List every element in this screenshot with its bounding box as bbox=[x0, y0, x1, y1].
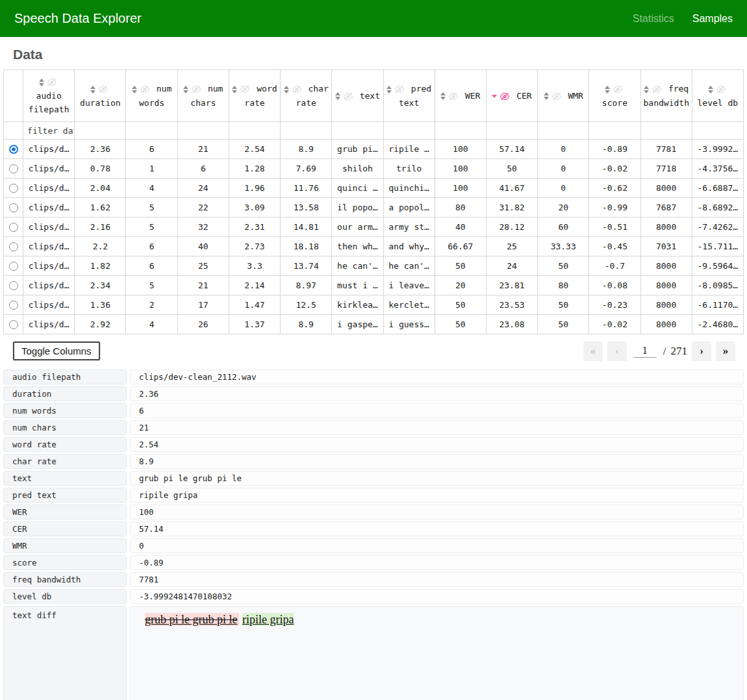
cell-num-words[interactable]: 2 bbox=[126, 295, 177, 315]
cell-wmr[interactable]: 0 bbox=[538, 179, 589, 198]
cell-level-db[interactable]: -6.1170… bbox=[692, 295, 743, 315]
cell-num-words[interactable]: 5 bbox=[126, 198, 177, 218]
cell-num-words[interactable]: 5 bbox=[126, 276, 177, 295]
cell-num-words[interactable]: 4 bbox=[126, 315, 177, 334]
cell-freq-bandwidth[interactable]: 8000 bbox=[640, 315, 692, 334]
cell-num-chars[interactable]: 21 bbox=[177, 276, 229, 295]
cell-text[interactable]: our arm… bbox=[332, 218, 383, 237]
current-page-input[interactable] bbox=[633, 344, 657, 358]
cell-audio-filepath[interactable]: clips/d… bbox=[23, 159, 75, 179]
filter-cell-text[interactable] bbox=[332, 122, 383, 140]
cell-level-db[interactable]: -9.5964… bbox=[692, 256, 743, 276]
cell-freq-bandwidth[interactable]: 8000 bbox=[640, 276, 692, 295]
cell-freq-bandwidth[interactable]: 8000 bbox=[640, 256, 692, 276]
sort-up-down-arrows-icon[interactable] bbox=[708, 86, 713, 94]
row-select-cell[interactable] bbox=[4, 276, 23, 295]
sort-up-down-arrows-icon[interactable] bbox=[132, 86, 137, 94]
cell-text[interactable]: shiloh bbox=[332, 159, 383, 179]
cell-audio-filepath[interactable]: clips/d… bbox=[23, 276, 75, 295]
column-header-freq-bandwidth[interactable]: freq bandwidth bbox=[640, 70, 692, 122]
next-page-button[interactable]: › bbox=[692, 342, 711, 361]
filter-cell-word-rate[interactable] bbox=[229, 122, 280, 140]
cell-char-rate[interactable]: 13.58 bbox=[281, 198, 332, 218]
cell-wmr[interactable]: 50 bbox=[538, 295, 589, 315]
cell-num-words[interactable]: 6 bbox=[126, 140, 177, 159]
cell-score[interactable]: -0.62 bbox=[589, 179, 640, 198]
cell-audio-filepath[interactable]: clips/d… bbox=[23, 295, 75, 315]
filter-cell-wmr[interactable] bbox=[538, 122, 589, 140]
cell-num-words[interactable]: 1 bbox=[126, 159, 177, 179]
eye-slash-icon[interactable] bbox=[292, 85, 302, 94]
cell-text[interactable]: i gaspe… bbox=[332, 315, 383, 334]
row-select-cell[interactable] bbox=[4, 159, 23, 179]
cell-char-rate[interactable]: 14.81 bbox=[281, 218, 332, 237]
filter-cell-pred-text[interactable] bbox=[383, 122, 435, 140]
cell-freq-bandwidth[interactable]: 8000 bbox=[640, 218, 692, 237]
cell-word-rate[interactable]: 2.14 bbox=[229, 276, 280, 295]
filter-cell-level-db[interactable] bbox=[692, 122, 743, 140]
eye-slash-icon[interactable] bbox=[191, 85, 201, 94]
row-select-radio[interactable] bbox=[9, 281, 18, 290]
cell-wer[interactable]: 20 bbox=[435, 276, 486, 295]
column-header-wmr[interactable]: WMR bbox=[538, 70, 589, 122]
sort-up-down-arrows-icon[interactable] bbox=[386, 86, 392, 94]
filter-cell-cer[interactable] bbox=[486, 122, 537, 140]
eye-slash-icon[interactable] bbox=[343, 92, 353, 101]
row-select-cell[interactable] bbox=[4, 315, 23, 334]
cell-wmr[interactable]: 0 bbox=[538, 140, 589, 159]
cell-text[interactable]: il popo… bbox=[332, 198, 383, 218]
column-header-pred-text[interactable]: pred text bbox=[383, 70, 435, 122]
cell-level-db[interactable]: -6.6887… bbox=[692, 179, 743, 198]
row-select-cell[interactable] bbox=[4, 237, 23, 256]
cell-audio-filepath[interactable]: clips/d… bbox=[23, 198, 75, 218]
row-select-radio[interactable] bbox=[9, 301, 18, 310]
cell-duration[interactable]: 0.78 bbox=[75, 159, 126, 179]
cell-word-rate[interactable]: 2.31 bbox=[229, 218, 280, 237]
cell-char-rate[interactable]: 8.97 bbox=[281, 276, 332, 295]
cell-num-words[interactable]: 6 bbox=[126, 256, 177, 276]
filter-cell-num-words[interactable] bbox=[126, 122, 177, 140]
column-header-num-chars[interactable]: num chars bbox=[177, 70, 229, 122]
cell-wer[interactable]: 50 bbox=[435, 315, 486, 334]
cell-num-words[interactable]: 6 bbox=[126, 237, 177, 256]
cell-wer[interactable]: 100 bbox=[435, 140, 486, 159]
row-select-cell[interactable] bbox=[4, 256, 23, 276]
cell-num-chars[interactable]: 40 bbox=[177, 237, 229, 256]
cell-pred-text[interactable]: i leave… bbox=[383, 276, 435, 295]
cell-level-db[interactable]: -15.711… bbox=[692, 237, 743, 256]
row-select-radio[interactable] bbox=[9, 184, 18, 193]
cell-cer[interactable]: 50 bbox=[486, 159, 537, 179]
cell-wer[interactable]: 50 bbox=[435, 295, 486, 315]
cell-audio-filepath[interactable]: clips/d… bbox=[23, 256, 75, 276]
sort-up-down-arrows-icon[interactable] bbox=[440, 92, 446, 100]
cell-text[interactable]: must i … bbox=[332, 276, 383, 295]
cell-pred-text[interactable]: i guess… bbox=[383, 315, 435, 334]
cell-cer[interactable]: 24 bbox=[486, 256, 537, 276]
cell-wer[interactable]: 50 bbox=[435, 256, 486, 276]
cell-level-db[interactable]: -4.3756… bbox=[692, 159, 743, 179]
sort-up-down-arrows-icon[interactable] bbox=[183, 86, 188, 94]
cell-cer[interactable]: 23.53 bbox=[486, 295, 537, 315]
cell-duration[interactable]: 2.04 bbox=[75, 179, 126, 198]
cell-wmr[interactable]: 20 bbox=[538, 198, 589, 218]
row-select-cell[interactable] bbox=[4, 218, 23, 237]
eye-slash-icon[interactable] bbox=[551, 92, 562, 101]
cell-level-db[interactable]: -2.4680… bbox=[692, 315, 743, 334]
cell-cer[interactable]: 23.08 bbox=[486, 315, 537, 334]
eye-slash-icon[interactable] bbox=[500, 92, 510, 101]
cell-num-words[interactable]: 5 bbox=[126, 218, 177, 237]
sort-desc-arrow-icon[interactable] bbox=[492, 95, 497, 98]
cell-wer[interactable]: 100 bbox=[435, 159, 486, 179]
cell-word-rate[interactable]: 3.3 bbox=[229, 256, 280, 276]
cell-pred-text[interactable]: and why… bbox=[383, 237, 435, 256]
row-select-radio[interactable] bbox=[9, 223, 18, 232]
cell-char-rate[interactable]: 13.74 bbox=[281, 256, 332, 276]
cell-num-words[interactable]: 4 bbox=[126, 179, 177, 198]
cell-text[interactable]: kirklea… bbox=[332, 295, 383, 315]
cell-score[interactable]: -0.99 bbox=[589, 198, 640, 218]
row-select-cell[interactable] bbox=[4, 295, 23, 315]
cell-cer[interactable]: 31.82 bbox=[486, 198, 537, 218]
filter-cell-wer[interactable] bbox=[435, 122, 486, 140]
cell-wmr[interactable]: 80 bbox=[538, 276, 589, 295]
cell-char-rate[interactable]: 8.9 bbox=[281, 315, 332, 334]
